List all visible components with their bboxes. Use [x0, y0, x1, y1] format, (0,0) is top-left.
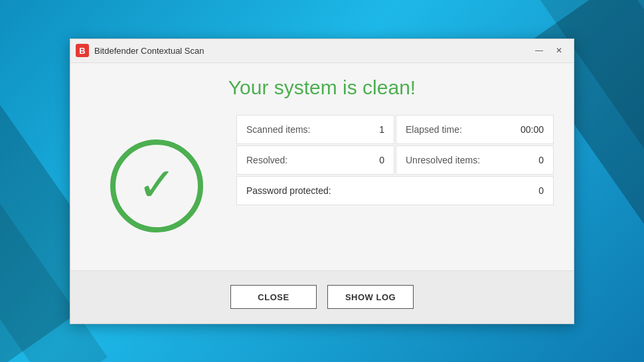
- stats-row-3: Password protected: 0: [236, 176, 554, 205]
- password-protected-value: 0: [538, 185, 544, 196]
- elapsed-time-value: 00:00: [521, 124, 544, 135]
- unresolved-label: Unresolved items:: [406, 155, 480, 165]
- scanned-items-value: 1: [379, 124, 384, 135]
- stats-area: Scanned items: 1 Elapsed time: 00:00 Res…: [236, 115, 554, 257]
- close-button[interactable]: CLOSE: [230, 285, 317, 309]
- password-protected-cell: Password protected: 0: [236, 176, 554, 205]
- app-logo: B: [76, 44, 89, 57]
- scanned-items-label: Scanned items:: [246, 124, 311, 135]
- unresolved-cell: Unresolved items: 0: [396, 145, 554, 175]
- stats-row-2: Resolved: 0 Unresolved items: 0: [236, 145, 554, 175]
- resolved-cell: Resolved: 0: [236, 145, 394, 175]
- check-icon-area: ✓: [90, 115, 223, 257]
- main-area: ✓ Scanned items: 1 Elapsed time: 00:00: [90, 115, 554, 257]
- unresolved-value: 0: [538, 155, 544, 165]
- resolved-value: 0: [379, 155, 384, 165]
- check-circle: ✓: [110, 139, 203, 232]
- scan-result-headline: Your system is clean!: [90, 76, 554, 99]
- elapsed-time-cell: Elapsed time: 00:00: [396, 115, 554, 144]
- password-protected-label: Password protected:: [246, 185, 331, 196]
- dialog-footer: CLOSE SHOW LOG: [70, 270, 574, 323]
- show-log-button[interactable]: SHOW LOG: [327, 285, 414, 309]
- dialog-window: B Bitdefender Contextual Scan — ✕ Your s…: [70, 39, 574, 324]
- minimize-button[interactable]: —: [530, 43, 548, 58]
- titlebar: B Bitdefender Contextual Scan — ✕: [70, 39, 574, 63]
- stats-row-1: Scanned items: 1 Elapsed time: 00:00: [236, 115, 554, 144]
- window-title: Bitdefender Contextual Scan: [94, 46, 530, 56]
- window-controls: — ✕: [530, 43, 568, 58]
- dialog-content: Your system is clean! ✓ Scanned items: 1: [70, 63, 574, 257]
- scanned-items-cell: Scanned items: 1: [236, 115, 394, 144]
- checkmark-icon: ✓: [137, 161, 177, 208]
- elapsed-time-label: Elapsed time:: [406, 124, 462, 135]
- resolved-label: Resolved:: [246, 155, 287, 165]
- logo-letter: B: [79, 46, 85, 55]
- close-window-button[interactable]: ✕: [550, 43, 568, 58]
